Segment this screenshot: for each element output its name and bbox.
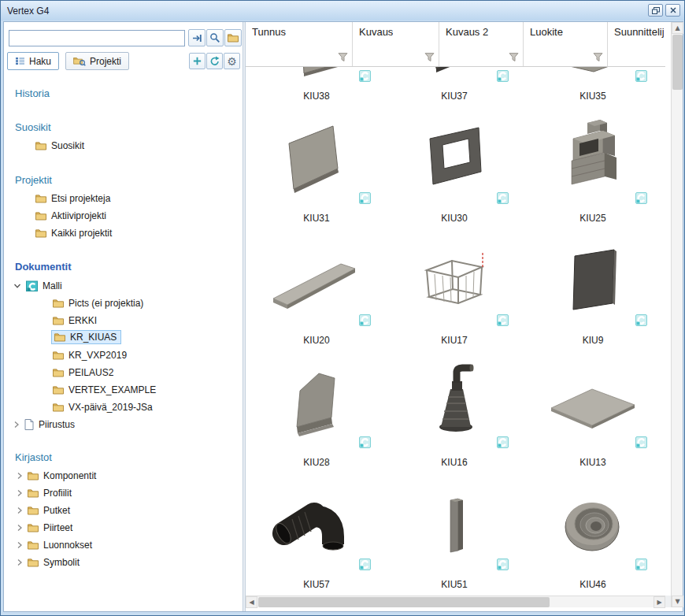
result-item[interactable]: KIU16 bbox=[387, 359, 521, 481]
column-header-tunnus[interactable]: Tunnus bbox=[246, 22, 353, 66]
column-header-luokite[interactable]: Luokite bbox=[524, 22, 608, 66]
item-id-label: KIU20 bbox=[250, 335, 383, 346]
thumbnail-kiu46 bbox=[542, 484, 644, 570]
item-id-label: KIU51 bbox=[387, 579, 521, 590]
float-window-button[interactable] bbox=[648, 4, 663, 17]
vertex-c-icon bbox=[635, 436, 647, 448]
horizontal-scrollbar[interactable]: ◀ ▶ bbox=[246, 596, 665, 607]
project-folder-icon bbox=[73, 57, 86, 66]
tree-item-etsi-projekteja[interactable]: Etsi projekteja bbox=[4, 191, 239, 206]
result-item[interactable]: KIU38 bbox=[250, 67, 383, 115]
search-icon bbox=[209, 32, 220, 43]
refresh-button[interactable] bbox=[206, 53, 223, 69]
filter-funnel-icon[interactable] bbox=[424, 52, 435, 62]
search-button[interactable] bbox=[206, 29, 224, 46]
tree-node-piirteet[interactable]: Piirteet bbox=[4, 520, 239, 536]
sidebar-section-historia[interactable]: Historia bbox=[4, 85, 239, 101]
tree-node-komponentit[interactable]: Komponentit bbox=[4, 468, 239, 484]
tree-item-erkki[interactable]: ERKKI bbox=[4, 313, 239, 328]
result-item[interactable]: KIU28 bbox=[250, 359, 383, 481]
vertical-scrollbar[interactable]: ▲ ▼ bbox=[671, 22, 683, 607]
sidebar-section-suosikit[interactable]: Suosikit bbox=[4, 119, 239, 135]
tree-node-putket[interactable]: Putket bbox=[4, 503, 239, 518]
scroll-left-arrow[interactable]: ◀ bbox=[246, 596, 257, 608]
result-item[interactable]: KIU46 bbox=[526, 481, 660, 594]
horizontal-scroll-thumb[interactable] bbox=[258, 597, 550, 607]
result-item[interactable]: KIU9 bbox=[526, 237, 660, 359]
close-button[interactable] bbox=[665, 4, 680, 17]
result-item[interactable]: KIU17 bbox=[387, 237, 521, 359]
go-button[interactable] bbox=[188, 29, 206, 46]
chevron-right-icon[interactable] bbox=[17, 472, 23, 480]
vertical-scroll-thumb[interactable] bbox=[672, 35, 683, 90]
tab-projekti[interactable]: Projekti bbox=[65, 52, 129, 70]
tab-haku[interactable]: Haku bbox=[7, 52, 59, 70]
folder-icon bbox=[28, 488, 39, 498]
item-id-label: KIU38 bbox=[250, 91, 383, 102]
chevron-down-icon[interactable] bbox=[13, 283, 21, 289]
item-id-label: KIU31 bbox=[250, 213, 383, 224]
column-header-kuvaus[interactable]: Kuvaus bbox=[353, 22, 439, 66]
tree-item-kaikki-projektit[interactable]: Kaikki projektit bbox=[4, 225, 239, 241]
item-id-label: KIU37 bbox=[387, 91, 521, 102]
column-header-suunnittelija[interactable]: Suunnittelija bbox=[608, 22, 665, 66]
result-item[interactable]: KIU20 bbox=[250, 237, 383, 359]
chevron-right-icon[interactable] bbox=[17, 558, 23, 566]
titlebar[interactable]: Vertex G4 bbox=[1, 1, 684, 20]
thumbnail-kiu20 bbox=[265, 240, 368, 325]
scroll-right-arrow[interactable]: ▶ bbox=[654, 596, 665, 608]
settings-button[interactable]: ⚙ bbox=[224, 53, 240, 69]
chevron-right-icon[interactable] bbox=[17, 489, 23, 497]
scroll-down-arrow[interactable]: ▼ bbox=[672, 596, 683, 607]
folder-icon bbox=[35, 141, 46, 150]
chevron-right-icon[interactable] bbox=[17, 507, 23, 514]
folder-icon bbox=[28, 506, 39, 515]
tree-item-vertex-example[interactable]: VERTEX_EXAMPLE bbox=[4, 382, 239, 398]
result-item[interactable]: KIU25 bbox=[526, 115, 660, 237]
tree-item-picts[interactable]: Picts (ei projektia) bbox=[4, 295, 239, 311]
folder-icon bbox=[53, 299, 64, 308]
tree-item-aktiiviprojekti[interactable]: Aktiiviprojekti bbox=[4, 208, 239, 224]
result-item[interactable]: KIU31 bbox=[250, 115, 383, 237]
folder-icon bbox=[53, 368, 64, 377]
item-id-label: KIU9 bbox=[526, 335, 660, 346]
sidebar-section-projektit[interactable]: Projektit bbox=[4, 172, 239, 187]
item-id-label: KIU46 bbox=[526, 579, 660, 590]
vertex-model-icon bbox=[26, 280, 38, 291]
chevron-right-icon[interactable] bbox=[17, 541, 23, 549]
sidebar-section-kirjastot[interactable]: Kirjastot bbox=[4, 449, 239, 465]
search-input[interactable] bbox=[9, 30, 185, 46]
result-item[interactable]: KIU37 bbox=[387, 67, 521, 115]
tree-node-luonnokset[interactable]: Luonnokset bbox=[4, 537, 239, 553]
tree-item-kr-kiuas-selected[interactable]: KR_KIUAS bbox=[4, 329, 239, 345]
result-item[interactable]: KIU57 bbox=[250, 481, 383, 594]
filter-funnel-icon[interactable] bbox=[338, 52, 348, 62]
tree-item-vx-paiva[interactable]: VX-päivä_2019-JSa bbox=[4, 399, 239, 415]
selected-tree-item[interactable]: KR_KIUAS bbox=[51, 330, 121, 344]
vertex-c-icon bbox=[635, 70, 647, 82]
chevron-right-icon[interactable] bbox=[17, 524, 23, 532]
result-item[interactable]: KIU13 bbox=[526, 359, 660, 481]
tree-item-peilaus2[interactable]: PEILAUS2 bbox=[4, 365, 239, 380]
add-button[interactable] bbox=[189, 53, 206, 69]
grid-row: KIU28 KIU16 bbox=[246, 359, 665, 481]
tree-node-profiilit[interactable]: Profiilit bbox=[4, 485, 239, 501]
open-folder-button[interactable] bbox=[224, 29, 242, 46]
tree-node-symbolit[interactable]: Symbolit bbox=[4, 555, 239, 570]
scroll-up-arrow[interactable]: ▲ bbox=[672, 22, 683, 34]
filter-funnel-icon[interactable] bbox=[509, 52, 519, 62]
filter-funnel-icon[interactable] bbox=[593, 52, 603, 62]
vertex-c-icon bbox=[497, 436, 509, 448]
tree-node-piirustus[interactable]: Piirustus bbox=[4, 417, 239, 432]
tree-node-malli[interactable]: Malli bbox=[4, 278, 239, 294]
column-header-kuvaus2[interactable]: Kuvaus 2 bbox=[439, 22, 524, 66]
sidebar-section-dokumentit[interactable]: Dokumentit bbox=[4, 258, 239, 274]
tree-item-suosikit[interactable]: Suosikit bbox=[4, 138, 239, 154]
result-item[interactable]: KIU30 bbox=[387, 115, 521, 237]
result-item[interactable]: KIU35 bbox=[526, 67, 660, 115]
chevron-right-icon[interactable] bbox=[13, 421, 20, 429]
tree-item-kr-vxp2019[interactable]: KR_VXP2019 bbox=[4, 347, 239, 363]
window-content: Haku Projekti bbox=[3, 21, 683, 612]
item-id-label: KIU28 bbox=[250, 457, 383, 468]
result-item[interactable]: KIU51 bbox=[387, 481, 521, 594]
